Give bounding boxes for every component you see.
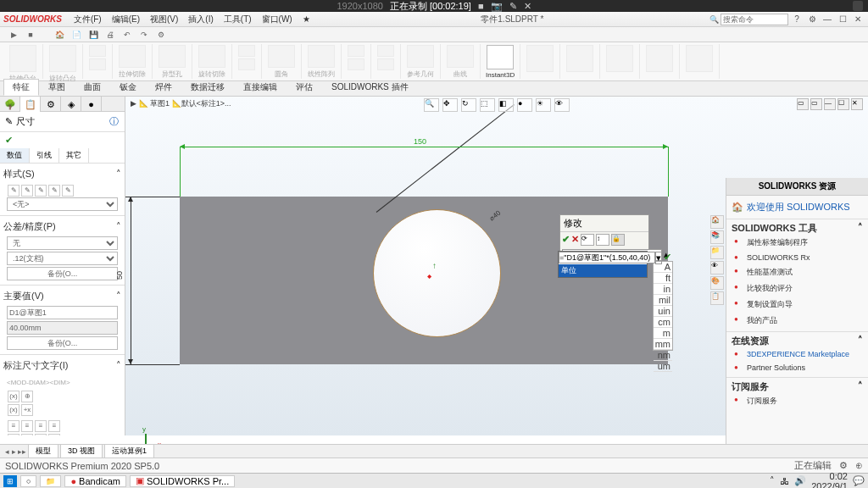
eq-ok-icon[interactable]: ✔ (662, 252, 673, 264)
tab-surface[interactable]: 曲面 (75, 79, 110, 96)
dt1[interactable]: (x) (8, 391, 19, 402)
rec-edit-icon[interactable]: ✎ (509, 1, 517, 12)
menu-star-icon[interactable]: ★ (298, 14, 315, 24)
ru-4[interactable]: uin (654, 306, 672, 317)
dt2[interactable]: ⊕ (21, 391, 33, 402)
vt-shade-icon[interactable]: ● (517, 98, 532, 112)
rb-mirror[interactable] (377, 58, 394, 70)
al8[interactable]: ° (48, 434, 60, 435)
maximize-button[interactable]: ☐ (836, 14, 849, 25)
ru-5[interactable]: cm (654, 317, 672, 328)
vc-close[interactable]: ✕ (851, 98, 863, 110)
style-combo[interactable]: <无> (7, 197, 118, 211)
al7[interactable]: □ (35, 434, 47, 435)
eq-option-units[interactable]: 单位 (559, 264, 647, 277)
rec-close-icon[interactable]: ✕ (524, 1, 531, 12)
style-btn1[interactable]: ✎ (8, 185, 19, 197)
tab-direct[interactable]: 直接编辑 (234, 79, 287, 96)
qa-new-icon[interactable]: 🏠 (53, 29, 66, 41)
modify-ok-icon[interactable]: ✔ (562, 234, 570, 246)
tol-combo1[interactable]: 无 (7, 236, 118, 250)
menu-window[interactable]: 窗口(W) (257, 14, 298, 25)
tp-explorer-icon[interactable]: 📁 (710, 246, 724, 259)
chevron-up-icon[interactable]: ˄ (858, 380, 863, 393)
rb-loft[interactable] (89, 58, 106, 70)
tray-vol-icon[interactable]: 🔊 (794, 475, 806, 486)
tol-combo2[interactable]: .12(文档) (7, 252, 118, 265)
rb-curves[interactable] (447, 45, 474, 68)
bt-model[interactable]: 模型 (28, 444, 58, 458)
qa-play-icon[interactable]: ▶ (7, 29, 20, 41)
rp-online-0[interactable]: 3DEXPERIENCE Marketplace (732, 347, 863, 361)
menu-insert[interactable]: 插入(I) (183, 14, 218, 25)
eq-spin-icon[interactable]: ▾ (655, 252, 662, 264)
rp-tool-1[interactable]: SOLIDWORKS Rx (732, 251, 863, 264)
qa-stop-icon[interactable]: ■ (24, 29, 37, 41)
tp-appear-icon[interactable]: 🎨 (710, 276, 724, 290)
chevron-up-icon[interactable]: ˄ (116, 360, 121, 371)
pm-subtab-other[interactable]: 其它 (59, 148, 89, 163)
task-solidworks[interactable]: ▣SOLIDWORKS Pr... (130, 475, 235, 487)
ru-2[interactable]: in (654, 284, 672, 295)
pm-ok-icon[interactable]: ✔ (5, 135, 13, 145)
rp-sub-0[interactable]: 订阅服务 (732, 393, 863, 409)
rp-tool-5[interactable]: 我的产品 (732, 313, 863, 329)
rb-a3[interactable] (606, 45, 633, 72)
tray-notif-icon[interactable]: 💬 (853, 475, 865, 486)
al2[interactable]: ≡ (21, 420, 33, 432)
settings-icon[interactable]: ⚙ (805, 14, 819, 25)
rb-a2[interactable] (566, 45, 593, 72)
rb-instant3d[interactable] (487, 45, 514, 69)
dt3[interactable]: (x) (8, 404, 19, 416)
rp-tool-2[interactable]: 性能基准测试 (732, 264, 863, 280)
vt-scene-icon[interactable]: ☀ (536, 98, 551, 112)
tab-addins[interactable]: SOLIDWORKS 插件 (322, 79, 418, 96)
rb-cut[interactable] (119, 45, 146, 68)
tab-eval[interactable]: 评估 (287, 79, 322, 96)
rp-online-1[interactable]: Partner Solutions (732, 361, 863, 374)
qa-open-icon[interactable]: 📄 (70, 29, 83, 41)
tray-icon[interactable] (853, 1, 863, 11)
chevron-up-icon[interactable]: ˄ (116, 221, 121, 232)
sketch-circle[interactable] (373, 209, 501, 337)
dim-h-value[interactable]: 150 (414, 137, 426, 146)
vt-display-icon[interactable]: ◧ (498, 98, 514, 112)
qa-save-icon[interactable]: 💾 (86, 29, 100, 41)
rb-extrude[interactable] (9, 45, 36, 72)
menu-edit[interactable]: 编辑(E) (107, 14, 145, 25)
rb-rib[interactable] (348, 45, 364, 57)
minimize-button[interactable]: — (821, 14, 834, 25)
tp-home-icon[interactable]: 🏠 (710, 215, 724, 229)
tol-backup-btn[interactable]: 备份(O... (7, 267, 118, 280)
start-button[interactable]: ⊞ (3, 475, 17, 487)
ru-3[interactable]: mil (654, 295, 672, 306)
vt-rotate-icon[interactable]: ↻ (461, 98, 476, 112)
rb-hole[interactable] (159, 45, 186, 68)
rp-tool-0[interactable]: 属性标签编制程序 (732, 235, 863, 251)
rp-tool-4[interactable]: 复制设置向导 (732, 297, 863, 313)
qa-undo-icon[interactable]: ↶ (120, 29, 134, 41)
tray-up-icon[interactable]: ˄ (770, 475, 775, 486)
bt-motion[interactable]: 运动算例1 (104, 444, 154, 458)
ru-6[interactable]: m (654, 328, 672, 339)
dim-v-value[interactable]: 50 (115, 271, 124, 280)
dt4[interactable]: +x (21, 404, 33, 416)
menu-file[interactable]: 文件(F) (69, 14, 107, 25)
help-icon[interactable]: ? (790, 14, 804, 25)
rp-home[interactable]: 欢迎使用 SOLIDWORKS (747, 201, 850, 214)
equation-dropdown[interactable]: ▾ ✔ 单位 (558, 251, 648, 278)
style-btn2[interactable]: ✎ (21, 185, 33, 197)
rb-shell[interactable] (377, 45, 394, 57)
menu-tools[interactable]: 工具(T) (219, 14, 257, 25)
vc-max[interactable]: ☐ (837, 98, 849, 110)
vc-1[interactable]: ▭ (797, 98, 809, 110)
rb-refgeom[interactable] (407, 45, 434, 68)
menu-view[interactable]: 视图(V) (145, 14, 183, 25)
vt-section-icon[interactable]: ⬚ (480, 98, 495, 112)
chevron-up-icon[interactable]: ˄ (116, 169, 121, 180)
ru-9[interactable]: um (654, 361, 672, 372)
vc-2[interactable]: ▭ (810, 98, 822, 110)
ru-1[interactable]: ft (654, 273, 672, 284)
rb-revolve-cut[interactable] (198, 45, 225, 68)
tp-view-icon[interactable]: 👁 (710, 261, 724, 274)
